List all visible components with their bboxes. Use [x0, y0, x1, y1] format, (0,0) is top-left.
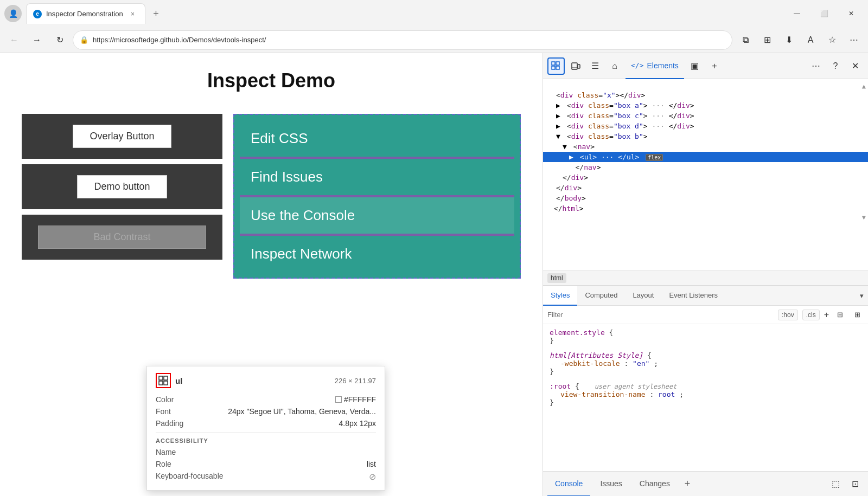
devtools-toolbar: ☰ ⌂ </> Elements ▣ + ⋯ ? ✕ — [543, 53, 868, 79]
overlay-button-box: Overlay Button — [22, 114, 222, 159]
breadcrumb-html[interactable]: html — [547, 273, 566, 283]
font-value: 24px "Segoe UI", Tahoma, Geneva, Verda..… — [228, 407, 376, 416]
devtools-panel: ☰ ⌂ </> Elements ▣ + ⋯ ? ✕ ▲ — [542, 53, 868, 496]
view-transition-prop[interactable]: view-transition-name — [550, 390, 646, 398]
close-devtools-button[interactable]: ✕ — [846, 57, 864, 75]
element-state-button[interactable]: ⊟ — [833, 308, 846, 321]
demo-button-box: Demo button — [22, 164, 222, 209]
back-button[interactable]: ← — [4, 30, 24, 50]
tree-div-box-b-open[interactable]: ▼ <div class="box b"> — [543, 131, 868, 141]
tree-body-close[interactable]: </body> — [543, 193, 868, 203]
keyboard-row: Keyboard-focusable ⊘ — [156, 470, 376, 484]
hov-filter-button[interactable]: :hov — [778, 310, 798, 320]
font-row: Font 24px "Segoe UI", Tahoma, Geneva, Ve… — [156, 405, 376, 417]
inspect-mode-button[interactable] — [547, 57, 565, 75]
tab-close-button[interactable]: × — [127, 9, 138, 20]
changes-tab[interactable]: Changes — [632, 472, 678, 497]
tree-div-outer-close[interactable]: </div> — [543, 183, 868, 193]
cls-filter-button[interactable]: .cls — [802, 310, 820, 320]
console-drawer-button[interactable]: ▣ — [686, 57, 704, 75]
nav-link-use-console[interactable]: Use the Console — [240, 197, 514, 236]
bad-contrast-box: Bad Contrast — [22, 215, 222, 260]
home-button[interactable]: ⌂ — [606, 57, 623, 75]
nav-link-inspect-network[interactable]: Inspect Network — [240, 236, 514, 272]
new-tab-button[interactable]: + — [148, 5, 165, 22]
maximize-button[interactable]: ⬜ — [812, 5, 837, 22]
root-rule: :root { user agent stylesheet view-trans… — [550, 382, 861, 407]
add-tool-button[interactable]: + — [706, 57, 723, 75]
tree-div-box-a[interactable]: ▶ <div class="box a"> ··· </div> — [543, 100, 868, 111]
webkit-locale-val[interactable]: "en" — [633, 359, 649, 368]
page-content: Inspect Demo Overlay Button Demo button … — [0, 53, 542, 295]
more-tools-button[interactable]: ⋯ — [807, 57, 825, 75]
close-button[interactable]: ✕ — [839, 5, 864, 22]
help-button[interactable]: ? — [827, 57, 844, 75]
color-label: Color — [156, 395, 174, 404]
bad-contrast-button[interactable]: Bad Contrast — [38, 226, 206, 249]
add-bottom-tab-button[interactable]: + — [680, 476, 695, 492]
new-style-rule-button[interactable]: ⊞ — [851, 308, 864, 321]
styles-tab[interactable]: Styles — [543, 286, 577, 306]
styles-more-dropdown[interactable]: ▾ — [856, 292, 868, 300]
tree-div-box-c[interactable]: ▶ <div class="box c"> ··· </div> — [543, 111, 868, 121]
root-selector: :root — [550, 382, 571, 390]
svg-rect-9 — [578, 65, 580, 68]
svg-rect-0 — [159, 376, 163, 380]
layout-tab[interactable]: Layout — [625, 286, 661, 306]
settings-button[interactable]: ⋯ — [844, 30, 864, 50]
downloads-button[interactable]: ⬇ — [779, 30, 799, 50]
address-bar[interactable]: 🔒 https://microsoftedge.github.io/Demos/… — [73, 30, 732, 50]
filter-input[interactable] — [547, 311, 774, 319]
element-tag: ul — [175, 376, 182, 385]
page-title: Inspect Demo — [22, 69, 521, 92]
forward-button[interactable]: → — [27, 30, 47, 50]
undock-button[interactable]: ⬚ — [827, 475, 844, 493]
tree-div-close[interactable]: </div> — [543, 172, 868, 183]
user-agent-comment: user agent stylesheet — [595, 383, 677, 390]
overlay-button[interactable]: Overlay Button — [73, 125, 171, 148]
elements-tab-icon: </> — [631, 61, 643, 69]
profile-icon[interactable]: 👤 — [4, 5, 22, 22]
split-screen-button[interactable]: ⧉ — [736, 30, 755, 50]
console-tab[interactable]: Console — [547, 472, 590, 497]
tree-nav-close[interactable]: </nav> — [543, 162, 868, 172]
sidebar-button[interactable]: ☰ — [586, 57, 604, 75]
tree-html-close[interactable]: </html> — [543, 203, 868, 214]
issues-tab[interactable]: Issues — [592, 472, 629, 497]
device-emulation-button[interactable] — [567, 57, 584, 75]
tab-favicon: e — [33, 10, 42, 18]
dock-button[interactable]: ⊡ — [846, 475, 864, 493]
elements-tab[interactable]: </> Elements — [626, 53, 684, 79]
svg-rect-8 — [572, 63, 577, 69]
devtools-more: ⋯ ? ✕ — [807, 57, 864, 75]
element-style-rule: element.style { } — [550, 328, 861, 345]
view-transition-val[interactable]: root — [658, 390, 675, 398]
padding-value: 4.8px 12px — [339, 419, 376, 428]
nav-link-edit-css[interactable]: Edit CSS — [240, 120, 514, 159]
event-listeners-tab[interactable]: Event Listeners — [661, 286, 725, 306]
color-value: #FFFFFF — [335, 395, 376, 404]
role-row: Role list — [156, 458, 376, 470]
demo-button[interactable]: Demo button — [77, 175, 167, 198]
svg-rect-7 — [556, 66, 559, 69]
computed-tab[interactable]: Computed — [577, 286, 625, 306]
tree-div-x[interactable]: <div class="x"></div> — [543, 90, 868, 100]
active-tab[interactable]: e Inspector Demonstration × — [26, 3, 145, 24]
lock-icon: 🔒 — [80, 36, 88, 44]
webkit-locale-prop[interactable]: -webkit-locale — [550, 359, 620, 368]
content-area: Inspect Demo Overlay Button Demo button … — [0, 53, 868, 496]
html-attrs-rule: html[Attributes Style] { -webkit-locale … — [550, 351, 861, 376]
read-aloud-button[interactable]: A — [801, 30, 820, 50]
add-style-rule-button[interactable]: + — [824, 310, 829, 320]
refresh-button[interactable]: ↻ — [50, 30, 69, 50]
collections-button[interactable]: ⊞ — [757, 30, 777, 50]
tree-div-box-d[interactable]: ▶ <div class="box d"> ··· </div> — [543, 121, 868, 131]
nav-right-buttons: ⧉ ⊞ ⬇ A ☆ ⋯ — [736, 30, 864, 50]
favorites-button[interactable]: ☆ — [822, 30, 842, 50]
nav-link-find-issues[interactable]: Find Issues — [240, 159, 514, 197]
minimize-button[interactable]: — — [784, 5, 809, 22]
tree-nav-open[interactable]: ▼ <nav> — [543, 141, 868, 152]
tab-bar: e Inspector Demonstration × + — [26, 3, 780, 24]
browser-viewport: Inspect Demo Overlay Button Demo button … — [0, 53, 542, 496]
tree-ul-selected[interactable]: ▶ <ul> ··· </ul> flex — [543, 152, 868, 162]
